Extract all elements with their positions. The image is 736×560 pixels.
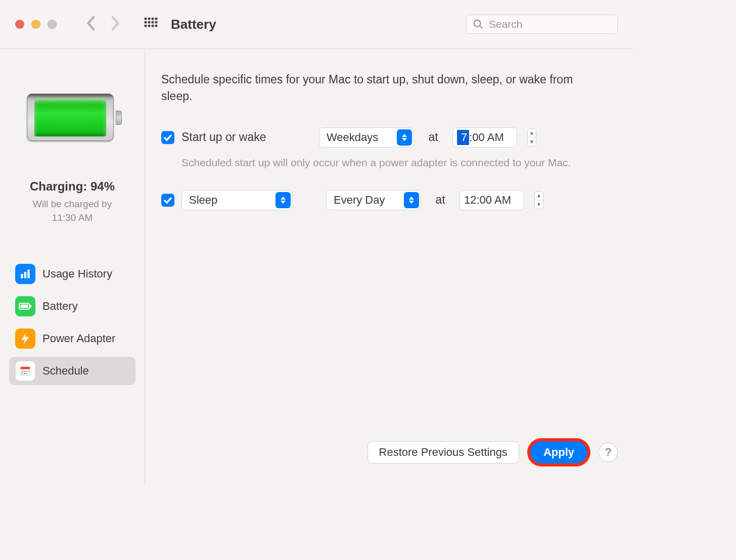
apply-button[interactable]: Apply [530, 441, 587, 463]
shutdown-row: Sleep Every Day at 12:00 AM ▲ ▼ [161, 190, 603, 210]
startup-day-value: Weekdays [327, 131, 378, 144]
stepper-up-icon: ▲ [535, 192, 543, 201]
svg-point-4 [144, 21, 147, 23]
minimize-window-button[interactable] [31, 20, 40, 29]
main-panel: Schedule specific times for your Mac to … [145, 49, 633, 484]
charging-status: Charging: 94% [9, 179, 135, 194]
shutdown-day-value: Every Day [334, 194, 385, 207]
shutdown-time-stepper[interactable]: ▲ ▼ [534, 191, 543, 209]
sidebar: Charging: 94% Will be charged by 11:30 A… [0, 49, 145, 484]
svg-point-27 [22, 374, 23, 375]
svg-point-23 [22, 371, 23, 372]
svg-point-25 [26, 371, 27, 372]
svg-point-7 [155, 21, 157, 23]
svg-rect-21 [20, 369, 30, 376]
power-adapter-icon [15, 329, 35, 349]
sidebar-item-label: Battery [42, 300, 78, 313]
sidebar-item-usage-history[interactable]: Usage History [9, 260, 135, 288]
svg-point-24 [24, 371, 25, 372]
svg-rect-14 [21, 274, 23, 278]
shutdown-action-select[interactable]: Sleep [181, 190, 293, 210]
nav-arrows [85, 16, 121, 33]
battery-icon [15, 296, 35, 316]
startup-day-select[interactable]: Weekdays [319, 127, 414, 148]
at-label: at [428, 193, 452, 207]
battery-figure [27, 94, 118, 144]
show-all-grid-icon[interactable] [144, 17, 159, 32]
window-controls [15, 20, 57, 29]
svg-point-28 [24, 374, 25, 375]
sidebar-item-battery[interactable]: Battery [9, 292, 135, 320]
startup-time-hour-selected: 7 [457, 130, 469, 145]
svg-point-10 [151, 24, 154, 27]
svg-point-8 [144, 24, 147, 27]
sidebar-item-label: Power Adapter [42, 332, 115, 345]
svg-point-5 [148, 21, 150, 23]
chevron-updown-icon [275, 192, 291, 208]
charging-substatus: Will be charged by 11:30 AM [9, 198, 135, 224]
usage-history-icon [15, 264, 35, 284]
startup-label: Start up or wake [181, 130, 312, 144]
stepper-down-icon: ▼ [535, 200, 543, 209]
schedule-icon [15, 361, 35, 381]
svg-point-1 [148, 17, 150, 20]
stepper-up-icon: ▲ [528, 129, 536, 138]
svg-rect-20 [20, 367, 30, 369]
startup-checkbox[interactable] [161, 131, 174, 144]
sidebar-item-power-adapter[interactable]: Power Adapter [9, 324, 135, 353]
footer-buttons: Restore Previous Settings Apply ? [367, 438, 618, 466]
sidebar-nav: Usage History Battery Power Adapter [9, 260, 135, 385]
svg-line-13 [480, 26, 483, 29]
svg-rect-15 [24, 272, 26, 278]
svg-point-29 [26, 374, 27, 375]
svg-rect-18 [21, 305, 28, 308]
page-title: Battery [171, 17, 216, 32]
shutdown-day-select[interactable]: Every Day [326, 190, 421, 210]
svg-rect-16 [27, 270, 29, 278]
shutdown-action-value: Sleep [189, 194, 217, 207]
stepper-down-icon: ▼ [528, 137, 536, 146]
shutdown-time-input[interactable]: 12:00 AM [459, 190, 524, 210]
search-placeholder: Search [489, 18, 523, 30]
svg-point-6 [151, 21, 154, 23]
back-button[interactable] [85, 16, 96, 33]
startup-row: Start up or wake Weekdays at 7:00 AM ▲ ▼ [161, 127, 603, 148]
chevron-updown-icon [404, 192, 419, 208]
restore-previous-settings-button[interactable]: Restore Previous Settings [367, 441, 519, 463]
search-icon [473, 19, 484, 30]
shutdown-checkbox[interactable] [161, 194, 174, 207]
startup-time-stepper[interactable]: ▲ ▼ [527, 128, 536, 147]
search-input[interactable]: Search [466, 15, 618, 34]
svg-point-11 [155, 24, 157, 27]
sidebar-item-schedule[interactable]: Schedule [9, 357, 135, 385]
help-button[interactable]: ? [599, 443, 618, 462]
svg-point-26 [29, 371, 30, 372]
shutdown-time-value: 12:00 AM [464, 194, 511, 207]
svg-point-0 [144, 17, 147, 20]
sidebar-item-label: Schedule [42, 364, 89, 378]
startup-hint: Scheduled start up will only occur when … [181, 157, 603, 169]
svg-point-12 [474, 20, 481, 27]
zoom-window-button[interactable] [48, 20, 57, 29]
titlebar: Battery Search [0, 0, 633, 49]
chevron-updown-icon [397, 129, 412, 146]
svg-point-3 [155, 17, 157, 20]
sidebar-item-label: Usage History [42, 267, 112, 281]
svg-point-2 [151, 17, 154, 20]
svg-rect-19 [30, 305, 31, 308]
intro-text: Schedule specific times for your Mac to … [161, 71, 576, 105]
startup-time-input[interactable]: 7:00 AM [452, 127, 517, 148]
apply-highlight-ring: Apply [527, 438, 590, 466]
forward-button[interactable] [110, 16, 121, 33]
at-label: at [421, 130, 445, 144]
svg-point-9 [148, 24, 150, 27]
close-window-button[interactable] [15, 20, 24, 29]
